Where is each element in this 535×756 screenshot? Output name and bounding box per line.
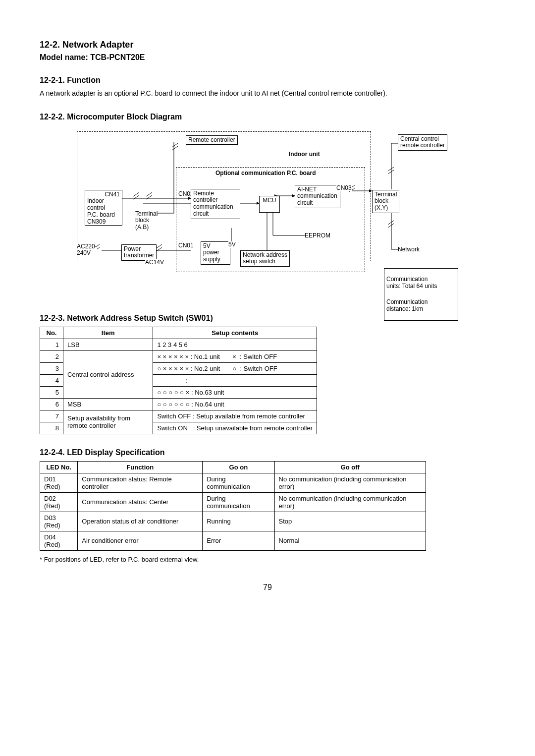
ainet-box: AI-NET communication circuit [295,185,340,208]
comm-dist-text: Communication distance: 1km [386,299,456,313]
table-row: 7Setup availability from remote controll… [40,410,317,422]
model-name: Model name: TCB-PCNT20E [40,53,495,62]
cn01-label: CN01 [178,242,194,249]
psu-box: 5V power supply [201,241,230,265]
table-row: D03 (Red)Operation status of air conditi… [40,512,426,531]
network-label: Network [398,246,420,253]
block-diagram: Remote controller Indoor unit Optional c… [77,131,458,300]
th-contents: Setup contents [153,327,317,339]
comm-spec-box: Communication units: Total 64 units Comm… [384,268,458,321]
central-controller-box: Central control remote controller [398,134,447,151]
sw01-table: No. Item Setup contents 1LSB1 2 3 4 5 6 … [40,327,317,434]
page-number: 79 [40,583,495,592]
ac14v-label: AC14V [145,259,164,266]
table-row: D04 (Red)Air conditioner errorErrorNorma… [40,531,426,550]
table-row: 6MSB○ ○ ○ ○ ○ ○ : No.64 unit [40,398,317,410]
table-row: 1LSB1 2 3 4 5 6 [40,339,317,350]
function-text: A network adapter is an optional P.C. bo… [40,89,495,99]
remote-controller-box: Remote controller [186,135,238,145]
table-header-row: No. Item Setup contents [40,327,317,339]
table-row: D01 (Red)Communication status: Remote co… [40,473,426,492]
subsection-led: 12-2-4. LED Display Specification [40,448,495,457]
rc-comm-box: Remote controller communication circuit [191,189,240,219]
optional-pcb-label: Optional communication P.C. board [215,170,316,177]
cn309-label: CN309 [87,219,120,226]
ac220-label: AC220- 240V [77,243,97,257]
mcu-box: MCU [259,196,280,213]
net-addr-box: Network address setup switch [240,250,290,267]
section-title: 12-2. Network Adapter [40,40,495,50]
led-table: LED No. Function Go on Go off D01 (Red)C… [40,461,426,551]
led-note: * For positions of LED, refer to P.C. bo… [40,556,495,563]
eeprom-label: EEPROM [305,233,330,239]
table-row: D02 (Red)Communication status: CenterDur… [40,492,426,512]
terminal-ab-label: Terminal block (A.B) [135,211,158,231]
subsection-diagram: 12-2-2. Microcomputer Block Diagram [40,113,495,121]
psu-5v-label: 5V [228,241,236,248]
table-header-row: LED No. Function Go on Go off [40,461,426,473]
indoor-unit-label: Indoor unit [289,151,320,158]
indoor-control-text: Indoor control P.C. board [87,197,115,218]
comm-units-text: Communication units: Total 64 units [386,276,456,290]
subsection-function: 12-2-1. Function [40,76,495,85]
cn03-label: CN03 [336,185,352,192]
table-row: 2Central control address× × × × × × : No… [40,350,317,362]
terminal-xy-box: Terminal block (X.Y) [372,190,399,213]
cn41-label: CN41 [87,191,120,198]
indoor-control-board-box: CN41 Indoor control P.C. board CN309 [85,190,122,226]
th-item: Item [63,327,153,339]
th-no: No. [40,327,63,339]
